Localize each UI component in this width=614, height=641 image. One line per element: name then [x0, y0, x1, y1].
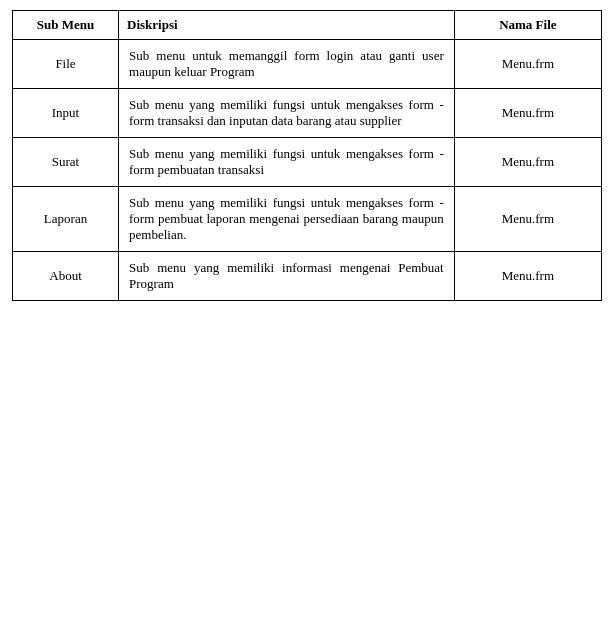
header-namafile: Nama File: [454, 11, 601, 40]
main-table-container: Sub Menu Diskripsi Nama File FileSub men…: [12, 10, 602, 301]
cell-submenu: Input: [13, 89, 119, 138]
cell-namafile: Menu.frm: [454, 252, 601, 301]
cell-submenu: About: [13, 252, 119, 301]
cell-deskripsi: Sub menu yang memiliki fungsi untuk meng…: [119, 138, 455, 187]
cell-submenu: Surat: [13, 138, 119, 187]
menu-table: Sub Menu Diskripsi Nama File FileSub men…: [12, 10, 602, 301]
cell-deskripsi: Sub menu yang memiliki informasi mengena…: [119, 252, 455, 301]
header-submenu: Sub Menu: [13, 11, 119, 40]
cell-submenu: Laporan: [13, 187, 119, 252]
cell-namafile: Menu.frm: [454, 138, 601, 187]
table-row: InputSub menu yang memiliki fungsi untuk…: [13, 89, 602, 138]
header-deskripsi: Diskripsi: [119, 11, 455, 40]
table-row: FileSub menu untuk memanggil form login …: [13, 40, 602, 89]
table-header-row: Sub Menu Diskripsi Nama File: [13, 11, 602, 40]
cell-deskripsi: Sub menu yang memiliki fungsi untuk meng…: [119, 89, 455, 138]
cell-namafile: Menu.frm: [454, 40, 601, 89]
cell-deskripsi: Sub menu yang memiliki fungsi untuk meng…: [119, 187, 455, 252]
cell-deskripsi: Sub menu untuk memanggil form login atau…: [119, 40, 455, 89]
table-row: LaporanSub menu yang memiliki fungsi unt…: [13, 187, 602, 252]
table-row: SuratSub menu yang memiliki fungsi untuk…: [13, 138, 602, 187]
table-row: AboutSub menu yang memiliki informasi me…: [13, 252, 602, 301]
cell-submenu: File: [13, 40, 119, 89]
cell-namafile: Menu.frm: [454, 89, 601, 138]
cell-namafile: Menu.frm: [454, 187, 601, 252]
